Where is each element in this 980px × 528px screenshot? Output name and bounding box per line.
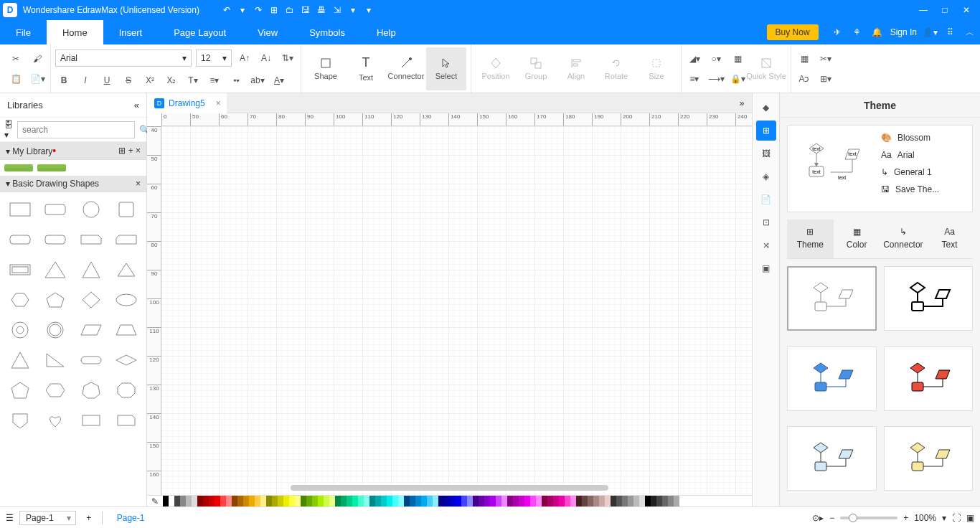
export-icon[interactable]: ⇲ bbox=[331, 4, 343, 16]
color-swatch[interactable] bbox=[312, 496, 318, 506]
color-swatch[interactable] bbox=[479, 496, 484, 506]
open-icon[interactable]: 🗀 bbox=[284, 4, 296, 16]
bold-button[interactable]: B bbox=[55, 72, 72, 88]
color-swatch[interactable] bbox=[582, 496, 588, 506]
shuffle-tool-icon[interactable]: ⤨ bbox=[756, 235, 776, 255]
minimize-button[interactable]: — bbox=[913, 0, 934, 20]
theme-swatch[interactable] bbox=[787, 346, 877, 411]
theme-tab-color[interactable]: ▦Color bbox=[834, 220, 880, 258]
collapse-right-panel-icon[interactable]: » bbox=[732, 98, 752, 108]
close-basic-icon[interactable]: × bbox=[136, 179, 141, 189]
shape-triangle3[interactable] bbox=[111, 257, 143, 283]
menu-help[interactable]: Help bbox=[361, 20, 412, 44]
color-swatch[interactable] bbox=[524, 496, 530, 506]
underline-button[interactable]: U bbox=[98, 72, 116, 88]
shape-hexagon2[interactable] bbox=[40, 377, 72, 403]
color-swatch[interactable] bbox=[519, 496, 524, 506]
font-color-button[interactable]: A▾ bbox=[270, 72, 288, 88]
color-swatch[interactable] bbox=[570, 496, 576, 506]
buy-now-button[interactable]: Buy Now bbox=[767, 24, 819, 40]
new-icon[interactable]: ⊞ bbox=[268, 4, 280, 16]
color-swatch[interactable] bbox=[651, 496, 656, 506]
page-selector[interactable]: Page-1 bbox=[19, 511, 76, 525]
redo-icon[interactable]: ↷ bbox=[253, 4, 264, 16]
user-icon[interactable]: 👤▾ bbox=[920, 22, 940, 42]
increase-font-button[interactable]: A↑ bbox=[236, 50, 253, 66]
shape-trapezoid[interactable] bbox=[111, 317, 143, 343]
superscript-button[interactable]: X² bbox=[141, 72, 159, 88]
color-swatch[interactable] bbox=[232, 496, 237, 506]
horizontal-scrollbar[interactable] bbox=[291, 485, 608, 491]
color-swatch[interactable] bbox=[427, 496, 433, 506]
color-swatch[interactable] bbox=[616, 496, 622, 506]
line-spacing-button[interactable]: ⇅▾ bbox=[279, 50, 296, 66]
shape-triangle-tall[interactable] bbox=[4, 347, 36, 373]
new-lib-icon[interactable]: + bbox=[128, 146, 133, 156]
color-swatch[interactable] bbox=[358, 496, 364, 506]
shape-tool[interactable]: Shape bbox=[306, 47, 346, 90]
add-lib-icon[interactable]: ⊞ bbox=[118, 146, 126, 156]
color-swatch[interactable] bbox=[278, 496, 283, 506]
color-swatch[interactable] bbox=[553, 496, 559, 506]
color-swatch[interactable] bbox=[484, 496, 490, 506]
save-icon[interactable]: 🖫 bbox=[300, 4, 311, 16]
connector-tool[interactable]: Connector bbox=[386, 47, 426, 90]
rotate-button[interactable]: Rotate bbox=[596, 47, 636, 90]
shape-right-triangle[interactable] bbox=[40, 347, 72, 373]
position-button[interactable]: Position bbox=[476, 47, 516, 90]
italic-button[interactable]: I bbox=[77, 72, 94, 88]
shape-heptagon[interactable] bbox=[75, 377, 107, 403]
shape-square[interactable] bbox=[111, 197, 143, 222]
close-button[interactable]: ✕ bbox=[956, 0, 977, 20]
collapse-libraries-icon[interactable]: « bbox=[134, 100, 139, 110]
color-swatch[interactable] bbox=[186, 496, 192, 506]
color-swatch[interactable] bbox=[301, 496, 306, 506]
highlight-button[interactable]: ab▾ bbox=[249, 72, 266, 88]
print-icon[interactable]: 🖶 bbox=[316, 4, 327, 16]
page-list-icon[interactable]: ☰ bbox=[6, 513, 14, 523]
paste-button[interactable]: 📄▾ bbox=[29, 71, 46, 87]
zoom-out-button[interactable]: − bbox=[829, 513, 834, 523]
color-swatch[interactable] bbox=[605, 496, 611, 506]
menu-file[interactable]: File bbox=[0, 20, 47, 44]
color-swatch[interactable] bbox=[220, 496, 226, 506]
zoom-level[interactable]: 100% bbox=[914, 513, 936, 523]
color-swatch[interactable] bbox=[226, 496, 232, 506]
color-swatch[interactable] bbox=[289, 496, 295, 506]
color-swatch[interactable] bbox=[174, 496, 180, 506]
theme-connector-option[interactable]: ↳General 1 bbox=[881, 167, 965, 177]
color-swatch[interactable] bbox=[668, 496, 674, 506]
shape-diamond-wide[interactable] bbox=[111, 347, 143, 373]
eyedropper-icon[interactable]: ✎ bbox=[147, 496, 163, 506]
undo-split-icon[interactable]: ▾ bbox=[237, 4, 248, 16]
shape-pentagon2[interactable] bbox=[4, 377, 36, 403]
color-swatch[interactable] bbox=[444, 496, 450, 506]
close-tab-icon[interactable]: × bbox=[216, 98, 221, 108]
color-swatch[interactable] bbox=[295, 496, 301, 506]
shape-shield[interactable] bbox=[4, 407, 36, 433]
collapse-ribbon-icon[interactable]: ︿ bbox=[960, 22, 980, 42]
line-color-button[interactable]: ○▾ bbox=[707, 51, 725, 67]
apps-icon[interactable]: ⠿ bbox=[940, 22, 960, 42]
theme-save-option[interactable]: 🖫Save The... bbox=[881, 184, 965, 194]
signin-link[interactable]: Sign In bbox=[887, 22, 920, 42]
theme-font-option[interactable]: AaArial bbox=[881, 150, 965, 160]
zoom-in-button[interactable]: + bbox=[903, 513, 908, 523]
fit-width-icon[interactable]: ▣ bbox=[966, 513, 974, 523]
shape-heart[interactable] bbox=[40, 407, 72, 433]
color-swatch[interactable] bbox=[283, 496, 289, 506]
shape-diamond[interactable] bbox=[75, 287, 107, 313]
color-swatch[interactable] bbox=[415, 496, 421, 506]
cut-button[interactable]: ✂ bbox=[7, 51, 24, 67]
color-swatch[interactable] bbox=[456, 496, 461, 506]
menu-home[interactable]: Home bbox=[47, 20, 103, 44]
theme-swatch[interactable] bbox=[884, 426, 974, 491]
notification-icon[interactable]: 🔔 bbox=[867, 22, 887, 42]
shape-rectangle[interactable] bbox=[4, 197, 36, 222]
color-swatch[interactable] bbox=[576, 496, 582, 506]
color-swatch[interactable] bbox=[347, 496, 352, 506]
insert-table-button[interactable]: ▦ bbox=[796, 51, 813, 67]
layout-button[interactable]: ⊞▾ bbox=[817, 71, 834, 87]
copy-button[interactable]: 📋 bbox=[7, 71, 24, 87]
font-size-combo[interactable]: 12▾ bbox=[196, 50, 232, 67]
